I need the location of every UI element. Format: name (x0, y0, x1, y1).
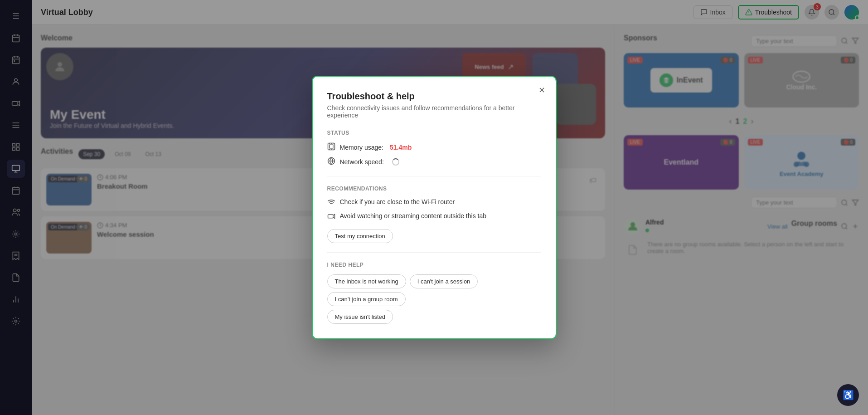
help-buttons-row: The inbox is not working I can't join a … (327, 274, 541, 306)
help-btn-0[interactable]: The inbox is not working (327, 274, 406, 288)
test-connection-button[interactable]: Test my connection (327, 229, 393, 243)
svg-rect-56 (328, 143, 335, 150)
help-btn-2[interactable]: I can't join a group room (327, 292, 406, 306)
network-label: Network speed: (340, 158, 384, 166)
troubleshoot-modal: ✕ Troubleshoot & help Check connectivity… (312, 76, 557, 339)
svg-rect-66 (328, 215, 333, 218)
status-section-label: STATUS (327, 130, 541, 136)
help-btn-1[interactable]: I can't join a session (410, 274, 478, 288)
modal-overlay[interactable]: ✕ Troubleshoot & help Check connectivity… (0, 0, 868, 415)
rec-text-1: Avoid watching or streaming content outs… (340, 212, 486, 220)
modal-title: Troubleshoot & help (327, 91, 541, 102)
memory-icon (327, 142, 335, 152)
network-icon (327, 157, 335, 167)
test-connection-row: Test my connection (327, 229, 541, 243)
divider-2 (327, 252, 541, 253)
network-spinner (392, 158, 399, 166)
memory-label: Memory usage: (340, 144, 383, 151)
rec-row-0: Check if you are close to the Wi-Fi rout… (327, 198, 541, 208)
help-section-label: I NEED HELP (327, 262, 541, 268)
memory-value: 51.4mb (390, 144, 412, 151)
rec-text-0: Check if you are close to the Wi-Fi rout… (340, 198, 455, 205)
help-btn-last-row: My issue isn't listed (327, 310, 541, 324)
accessibility-button[interactable]: ♿ (837, 384, 859, 406)
network-row: Network speed: (327, 157, 541, 167)
modal-subtitle: Check connectivity issues and follow rec… (327, 104, 541, 119)
wifi-icon (327, 198, 335, 208)
video-rec-icon (327, 212, 335, 222)
modal-close-button[interactable]: ✕ (536, 84, 548, 97)
rec-row-1: Avoid watching or streaming content outs… (327, 212, 541, 222)
recommendations-label: RECOMMENDATIONS (327, 186, 541, 192)
memory-row: Memory usage: 51.4mb (327, 142, 541, 152)
help-btn-3[interactable]: My issue isn't listed (327, 310, 393, 324)
divider-1 (327, 176, 541, 176)
svg-rect-57 (330, 145, 333, 148)
